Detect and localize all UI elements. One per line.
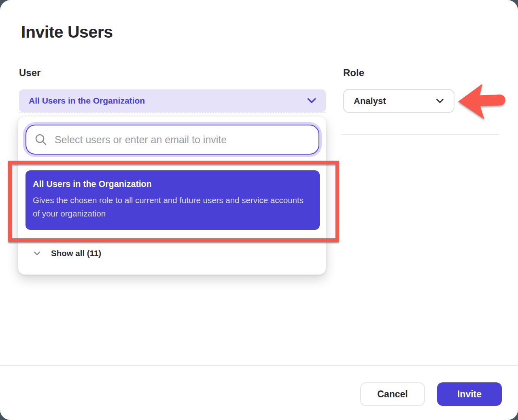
show-all-label: Show all (11) [51, 248, 101, 258]
show-all-toggle[interactable]: Show all (11) [18, 241, 326, 265]
left-arrow-icon [456, 80, 508, 123]
user-select-value: All Users in the Organization [29, 96, 307, 106]
chevron-down-icon [436, 98, 444, 104]
search-focus-ring [23, 122, 322, 157]
search-box [25, 125, 319, 155]
search-icon [34, 133, 47, 146]
user-dropdown-panel: All Users in the Organization Gives the … [18, 116, 326, 275]
invite-users-modal: Invite Users User Role All Users in the … [0, 0, 518, 420]
user-select[interactable]: All Users in the Organization [19, 89, 326, 112]
footer-divider [0, 365, 518, 366]
role-select-value: Analyst [354, 96, 436, 106]
user-field-label: User [19, 67, 40, 78]
page-title: Invite Users [21, 23, 113, 42]
section-divider [341, 134, 499, 135]
option-title: All Users in the Organization [33, 179, 312, 189]
role-select[interactable]: Analyst [343, 89, 454, 113]
option-description: Gives the chosen role to all current and… [33, 193, 312, 220]
user-select-dotted-edge [19, 112, 326, 113]
chevron-down-icon [34, 251, 40, 256]
invite-button[interactable]: Invite [437, 382, 502, 406]
option-all-users[interactable]: All Users in the Organization Gives the … [25, 170, 320, 230]
chevron-down-icon [307, 98, 316, 104]
cancel-button[interactable]: Cancel [360, 382, 425, 406]
user-search-input[interactable] [55, 134, 310, 146]
role-field-label: Role [343, 67, 364, 78]
